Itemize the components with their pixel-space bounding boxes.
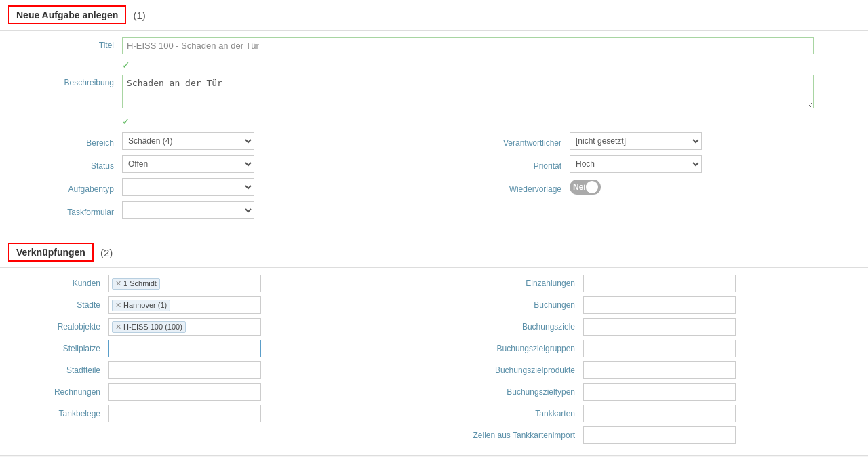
buchungsziele-row: Buchungsziele [434,318,854,336]
realobjekte-label: Realobjekte [14,322,108,332]
buchungszielgruppen-input[interactable] [583,340,736,357]
taskformular-label: Taskformular [14,204,122,217]
tankbelege-row: Tankbelege [14,405,434,422]
section2-title: Verknüpfungen [8,243,94,262]
rechnungen-label: Rechnungen [14,387,108,397]
buchungsziele-input[interactable] [583,318,736,336]
staedte-tag-1: ✕ Hannover (1) [112,300,170,311]
section2-number: (2) [100,247,113,258]
section1-title: Neue Aufgabe anlegen [8,5,126,24]
buchungszielgruppen-label: Buchungszielgruppen [434,344,583,353]
desc-checkmark: ✓ [122,116,130,127]
title-input[interactable] [122,37,814,54]
stadtteile-row: Stadtteile [14,361,434,379]
aufgabentyp-col: Aufgabentyp [14,178,434,196]
desc-check: ✓ [14,116,854,127]
section1-number: (1) [133,9,145,21]
buchungszieltypen-label: Buchungszieltypen [434,387,583,397]
aufgaben-wieder-row: Aufgabentyp Wiedervorlage Nein [14,178,854,196]
prioritaet-label: Priorität [448,158,570,171]
kunden-tag-x[interactable]: ✕ [115,279,121,288]
wiedervorlage-col: Wiedervorlage Nein [434,178,854,196]
form-area: Titel ✓ Beschreibung Schaden an der Tür … [0,31,868,231]
status-label: Status [14,158,122,171]
buchungszieltypen-input[interactable] [583,383,736,401]
stellplatze-text-input[interactable] [112,344,258,353]
realobjekte-tag-1: ✕ H-EISS 100 (100) [112,321,186,333]
prioritaet-select[interactable]: Hoch [570,155,702,173]
toggle-label-text: Nein [573,182,591,192]
links-col-right: Einzahlungen Buchungen Buchungsziele Buc… [434,275,854,448]
tankkartenimport-input[interactable] [583,426,736,444]
page-wrapper: Neue Aufgabe anlegen (1) Titel ✓ Beschre… [0,0,868,457]
kunden-row: Kunden ✕ 1 Schmidt [14,275,434,292]
wiedervorlage-label: Wiedervorlage [448,181,570,194]
realobjekte-tag-x[interactable]: ✕ [115,323,121,332]
staedte-row: Städte ✕ Hannover (1) [14,296,434,314]
realobjekte-tag-text: H-EISS 100 (100) [123,323,182,331]
section2-header: Verknüpfungen (2) [0,237,868,268]
taskformular-select[interactable] [122,201,254,219]
tankbelege-input[interactable] [108,405,261,422]
verant-col: Verantwortlicher [nicht gesetzt] [434,132,854,150]
stellplatze-label: Stellplatze [14,344,108,353]
aufgabentyp-select[interactable] [122,178,254,196]
buchungszielprodukte-input[interactable] [583,361,736,379]
wiedervorlage-toggle[interactable]: Nein [570,180,601,195]
taskformular-col: Taskformular [14,201,434,219]
stadtteile-input[interactable] [108,361,261,379]
kunden-input[interactable]: ✕ 1 Schmidt [108,275,261,292]
einzahlungen-row: Einzahlungen [434,275,854,292]
buchungszielprodukte-row: Buchungszielprodukte [434,361,854,379]
stadtteile-label: Stadtteile [14,365,108,375]
bereich-verant-row: Bereich Schäden (4) Verantwortlicher [ni… [14,132,854,150]
status-col: Status Offen [14,155,434,173]
stellplatze-input[interactable] [108,340,261,357]
prioritaet-col: Priorität Hoch [434,155,854,173]
title-field [122,37,854,54]
buchungszieltypen-row: Buchungszieltypen [434,383,854,401]
verant-select[interactable]: [nicht gesetzt] [570,132,702,150]
tankkarten-row: Tankkarten [434,405,854,422]
bereich-label: Bereich [14,135,122,148]
taskformular-row: Taskformular [14,201,854,219]
title-checkmark: ✓ [122,60,130,71]
stellplatze-row: Stellplatze [14,340,434,357]
staedte-tag-text: Hannover (1) [123,301,167,309]
buchungen-input[interactable] [583,296,736,314]
aufgabentyp-label: Aufgabentyp [14,181,122,194]
kunden-label: Kunden [14,279,108,288]
bereich-select[interactable]: Schäden (4) [122,132,254,150]
description-field: Schaden an der Tür [122,75,854,111]
status-prioritaet-row: Status Offen Priorität Hoch [14,155,854,173]
tankkartenimport-label: Zeilen aus Tankkartenimport [434,431,583,440]
rechnungen-input[interactable] [108,383,261,401]
tankkarten-label: Tankkarten [434,409,583,418]
staedte-label: Städte [14,300,108,310]
description-input[interactable]: Schaden an der Tür [122,75,814,108]
realobjekte-row: Realobjekte ✕ H-EISS 100 (100) [14,318,434,336]
buchungen-label: Buchungen [434,300,583,310]
staedte-tag-x[interactable]: ✕ [115,301,121,310]
tankkarten-input[interactable] [583,405,736,422]
tankkartenimport-row: Zeilen aus Tankkartenimport [434,426,854,444]
status-select[interactable]: Offen [122,155,254,173]
description-row: Beschreibung Schaden an der Tür [14,75,854,111]
title-check: ✓ [14,60,854,71]
buchungszielgruppen-row: Buchungszielgruppen [434,340,854,357]
buchungen-row: Buchungen [434,296,854,314]
kunden-tag-text: 1 Schmidt [123,279,157,287]
description-label: Beschreibung [14,75,122,87]
verant-label: Verantwortlicher [448,135,570,148]
realobjekte-input[interactable]: ✕ H-EISS 100 (100) [108,318,261,336]
tankbelege-label: Tankbelege [14,409,108,418]
section1-header: Neue Aufgabe anlegen (1) [0,0,868,31]
buchungszielprodukte-label: Buchungszielprodukte [434,365,583,375]
rechnungen-row: Rechnungen [14,383,434,401]
staedte-input[interactable]: ✕ Hannover (1) [108,296,261,314]
links-area: Kunden ✕ 1 Schmidt Städte ✕ Hannover (1) [0,268,868,455]
title-row: Titel [14,37,854,54]
title-label: Titel [14,37,122,50]
einzahlungen-input[interactable] [583,275,736,292]
einzahlungen-label: Einzahlungen [434,279,583,288]
